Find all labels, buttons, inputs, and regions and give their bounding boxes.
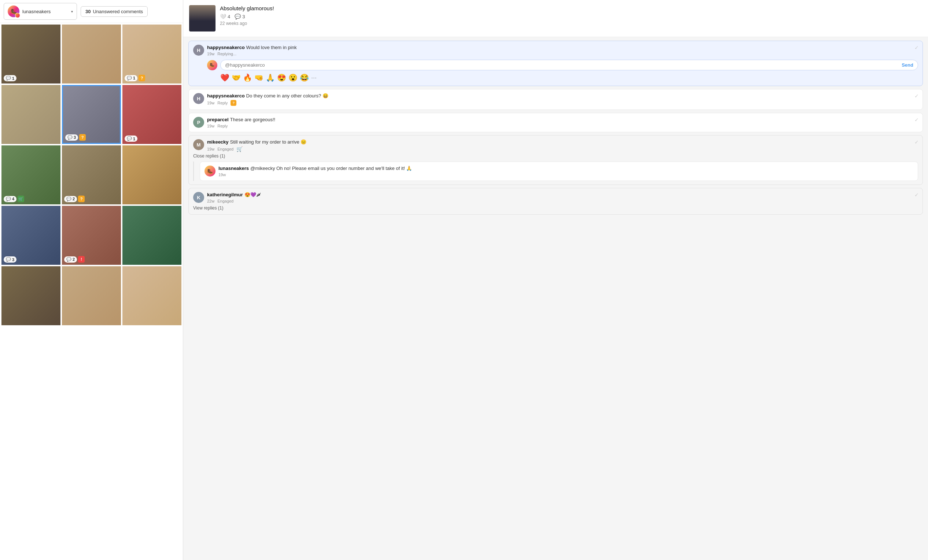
tag-badge: 🛒	[18, 196, 24, 202]
comment-time: 22w	[207, 199, 214, 203]
comment-text: Would love them in pink	[246, 45, 297, 50]
emoji-button-7[interactable]: 😂	[300, 73, 309, 82]
post-caption: Absolutely glamorous!	[220, 5, 922, 11]
chat-icon: 💬	[127, 76, 132, 81]
post-header: Absolutely glamorous! 🤍 4 💬 3 22 weeks a…	[183, 0, 928, 37]
comment-avatar: M	[193, 139, 204, 150]
unanswered-filter[interactable]: 30 Unanswered comments	[81, 6, 148, 17]
replies-section: 🥾lunasneakers@mikeecky Oh no! Please ema…	[193, 161, 918, 181]
comment-card: ✓MmikeeckyStill waiting for my order to …	[188, 135, 923, 185]
grid-item[interactable]	[122, 266, 182, 325]
close-replies-button[interactable]: Close replies (1)	[193, 154, 225, 158]
grid-item[interactable]	[122, 145, 182, 204]
comment-body: happysneakercoWould love them in pink19w…	[207, 45, 918, 82]
grid-item[interactable]: 💬1	[122, 85, 182, 144]
emoji-button-6[interactable]: 😮	[288, 73, 298, 82]
comment-username: mikeecky	[207, 139, 229, 145]
badge-container: 💬2?	[64, 196, 85, 202]
comment-header: HhappysneakercoDo they come in any other…	[193, 93, 918, 106]
comment-text: Still waiting for my order to arrive 😑	[230, 139, 307, 145]
post-stats: 🤍 4 💬 3	[220, 14, 922, 20]
account-selector[interactable]: 🥾 lunasneakers ▾	[4, 3, 77, 20]
grid-item[interactable]	[62, 266, 121, 325]
comment-username: happysneakerco	[207, 93, 245, 99]
account-avatar: 🥾	[8, 6, 20, 17]
grid-item[interactable]: 💬3?	[62, 85, 121, 144]
comment-action[interactable]: Engaged	[217, 199, 234, 203]
comment-meta: 19wEngaged🛒	[207, 146, 918, 152]
emoji-button-3[interactable]: 🤜	[254, 73, 264, 82]
emoji-button-1[interactable]: 🤝	[232, 73, 241, 82]
unanswered-question-icon: ?	[230, 100, 237, 106]
comment-time: 19w	[207, 147, 214, 151]
more-emojis-button[interactable]: ···	[311, 74, 317, 82]
chat-icon: 💬	[6, 197, 11, 201]
likes-count: 4	[227, 14, 230, 20]
grid-item[interactable]: 💬4🛒	[2, 145, 61, 204]
grid-item[interactable]: 💬2!	[62, 206, 121, 265]
comment-username: preparcel	[207, 117, 229, 122]
reply-input-container: 🥾Send	[207, 60, 918, 70]
checkmark-icon[interactable]: ✓	[914, 93, 919, 99]
comment-bubble-icon: 💬	[235, 14, 241, 20]
comment-text: These are gorgeous!!	[230, 117, 276, 122]
badge-container: 💬3?	[65, 134, 86, 141]
comment-text: 😍💜🌶	[244, 192, 261, 198]
comment-avatar: P	[193, 117, 204, 128]
comment-count-badge: 💬1	[125, 135, 137, 142]
comment-count-badge: 💬2	[64, 196, 77, 202]
reply-text: @mikeecky Oh no! Please email us you ord…	[250, 166, 412, 171]
comment-card: ✓Kkatherinegilmur😍💜🌶22wEngagedView repli…	[188, 188, 923, 215]
comment-body: happysneakercoDo they come in any other …	[207, 93, 918, 106]
tag-badge: !	[78, 256, 85, 263]
badge-container: 💬4🛒	[4, 196, 24, 202]
comment-action[interactable]: Engaged	[217, 147, 234, 151]
comment-action[interactable]: Reply	[217, 124, 227, 128]
comments-count: 3	[242, 14, 245, 20]
emoji-button-0[interactable]: ❤️	[220, 73, 229, 82]
checkmark-icon[interactable]: ✓	[914, 45, 919, 50]
checkmark-icon[interactable]: ✓	[914, 192, 919, 198]
emoji-button-4[interactable]: 🙏	[266, 73, 275, 82]
chat-icon: 💬	[6, 257, 11, 262]
dropdown-arrow-icon: ▾	[71, 9, 73, 14]
send-reply-button[interactable]: Send	[902, 62, 913, 68]
emoji-button-5[interactable]: 😍	[277, 73, 286, 82]
right-panel: Absolutely glamorous! 🤍 4 💬 3 22 weeks a…	[183, 0, 928, 560]
view-replies-button[interactable]: View replies (1)	[193, 205, 223, 211]
grid-item[interactable]: 💬1	[2, 24, 61, 84]
emoji-button-2[interactable]: 🔥	[243, 73, 252, 82]
reply-username: lunasneakers	[218, 166, 249, 171]
grid-item[interactable]	[2, 266, 61, 325]
comment-time: 19w	[207, 52, 214, 56]
shop-tag-icon: 🛒	[237, 146, 243, 152]
comment-username: katherinegilmur	[207, 192, 243, 198]
comment-header: Kkatherinegilmur😍💜🌶22wEngaged	[193, 192, 918, 203]
post-time: 22 weeks ago	[220, 21, 922, 26]
comment-text: Do they come in any other colours? 😄	[246, 93, 328, 99]
badge-container: 💬1?	[125, 75, 145, 81]
comment-avatar: K	[193, 192, 204, 203]
reply-text-input[interactable]	[225, 62, 902, 68]
comment-meta: 19wReply	[207, 124, 918, 128]
comment-action[interactable]: Replying...	[217, 52, 237, 56]
chat-icon: 💬	[6, 76, 11, 81]
checkmark-icon[interactable]: ✓	[914, 139, 919, 145]
tag-badge: ?	[139, 75, 145, 81]
comment-body: preparcelThese are gorgeous!!19wReply	[207, 117, 918, 128]
account-name: lunasneakers	[22, 9, 50, 14]
comments-area: ✓HhappysneakercoWould love them in pink1…	[183, 37, 928, 560]
post-thumb-image	[189, 5, 215, 32]
chat-icon: 💬	[66, 197, 72, 201]
grid-item[interactable]	[2, 85, 61, 144]
comment-action[interactable]: Reply	[217, 101, 227, 105]
grid-item[interactable]	[122, 206, 182, 265]
grid-item[interactable]: 💬1?	[122, 24, 182, 84]
grid-item[interactable]: 💬3	[2, 206, 61, 265]
grid-item[interactable]: 💬2?	[62, 145, 121, 204]
grid-item[interactable]	[62, 24, 121, 84]
tag-badge: ?	[78, 196, 85, 202]
comment-count-badge: 💬1	[4, 75, 17, 81]
checkmark-icon[interactable]: ✓	[914, 117, 919, 123]
comment-card: ✓HhappysneakercoWould love them in pink1…	[188, 41, 923, 86]
